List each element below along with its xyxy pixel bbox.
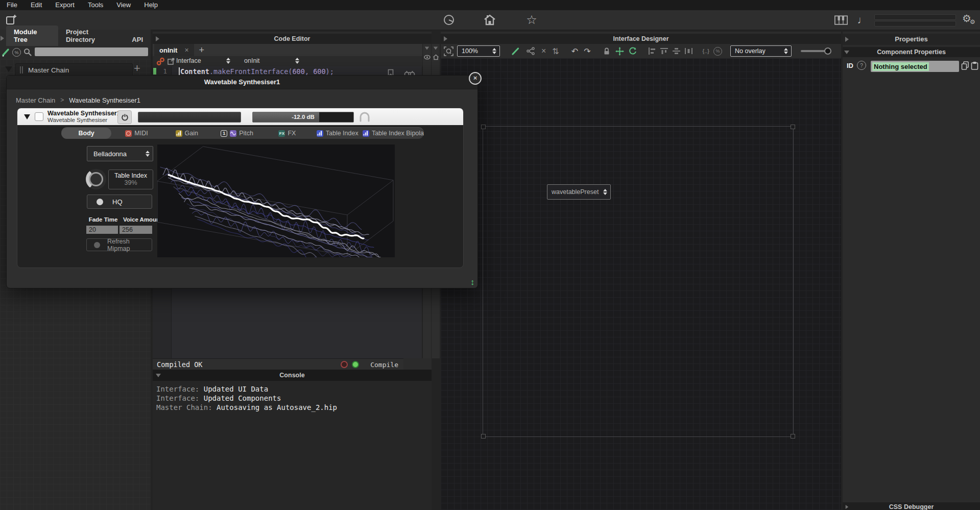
- resize-corner-ne[interactable]: [791, 125, 795, 129]
- designer-fold-icon[interactable]: [444, 36, 447, 41]
- new-tab-button[interactable]: +: [199, 45, 205, 56]
- settings-gears-icon[interactable]: ⚙⚙: [962, 12, 977, 28]
- module-tab-gain[interactable]: Gain: [162, 128, 212, 139]
- home-small-icon[interactable]: [433, 53, 439, 59]
- braces-icon[interactable]: {..}: [703, 48, 709, 54]
- module-bypass-checkbox[interactable]: [35, 112, 43, 121]
- home-icon[interactable]: [483, 13, 496, 27]
- resize-corner-se[interactable]: [791, 434, 795, 439]
- bypass-percent-icon[interactable]: %: [12, 48, 21, 57]
- slider-knob[interactable]: [824, 47, 831, 55]
- voice-amount-input[interactable]: 256: [119, 226, 152, 234]
- table-index-knob[interactable]: [86, 169, 106, 189]
- rotate-icon[interactable]: [629, 47, 637, 55]
- quarter-note-icon[interactable]: ♩: [856, 13, 869, 27]
- wavetable-bank-dropdown[interactable]: Belladonna: [87, 146, 153, 161]
- align-top-icon[interactable]: [660, 47, 668, 55]
- ok-led-icon[interactable]: [352, 361, 359, 368]
- favorite-star-icon[interactable]: ☆: [525, 13, 538, 27]
- headphones-monitor-icon[interactable]: [358, 111, 371, 123]
- redo-icon[interactable]: ↷: [584, 46, 590, 56]
- breadcrumb-current[interactable]: Wavetable Synthesiser1: [69, 96, 140, 104]
- menu-edit[interactable]: Edit: [24, 0, 49, 10]
- breadcrumb-root[interactable]: Master Chain: [16, 96, 55, 104]
- tab-close-icon[interactable]: ×: [184, 46, 188, 54]
- module-tab-table-index[interactable]: Table Index: [313, 128, 363, 139]
- paste-clipboard-icon[interactable]: [971, 61, 980, 70]
- module-tab-table-index-bipola[interactable]: Table Index Bipola: [363, 128, 424, 139]
- css-debugger-header[interactable]: CSS Debugger: [843, 502, 980, 510]
- id-input[interactable]: Nothing selected: [871, 61, 959, 72]
- canvas-zoom-slider[interactable]: [801, 47, 832, 55]
- refresh-mipmap-button[interactable]: Refresh Mipmap: [86, 238, 152, 251]
- compile-button[interactable]: Compile: [370, 361, 398, 369]
- module-search-input[interactable]: [35, 47, 148, 56]
- zoom-level-dropdown[interactable]: 100%: [457, 45, 500, 57]
- keyboard-icon[interactable]: [834, 13, 848, 27]
- intensity-slider[interactable]: [138, 112, 241, 123]
- component-properties-fold-icon[interactable]: [844, 51, 849, 54]
- menu-view[interactable]: View: [110, 0, 137, 10]
- console-output[interactable]: Interface: Updated UI DataInterface: Upd…: [153, 381, 432, 510]
- help-icon[interactable]: ?: [857, 61, 866, 70]
- module-tab-pitch[interactable]: 1Pitch: [212, 128, 262, 139]
- popup-close-icon[interactable]: ×: [469, 72, 482, 85]
- undo-icon[interactable]: ↶: [571, 46, 578, 56]
- sidebar-tab-api[interactable]: API: [124, 33, 151, 46]
- menu-file[interactable]: File: [0, 0, 24, 10]
- popup-resize-icon[interactable]: ↕: [470, 278, 474, 287]
- properties-fold-icon[interactable]: [845, 37, 849, 42]
- new-project-icon[interactable]: [5, 13, 18, 27]
- eye-icon[interactable]: [424, 53, 431, 59]
- module-tab-body[interactable]: Body: [61, 128, 111, 139]
- menu-export[interactable]: Export: [49, 0, 81, 10]
- menu-help[interactable]: Help: [137, 0, 164, 10]
- sidebar-tab-project-directory[interactable]: Project Directory: [58, 26, 124, 46]
- console-fold-icon[interactable]: [156, 374, 161, 377]
- lock-icon[interactable]: [603, 47, 610, 55]
- wavetable-3d-display[interactable]: [157, 144, 395, 257]
- interface-root-rect[interactable]: [483, 126, 794, 437]
- callback-selector-arrows-icon[interactable]: [295, 58, 299, 64]
- module-tab-midi[interactable]: MIDI: [111, 128, 161, 139]
- gain-slider[interactable]: -12.0 dB: [252, 112, 354, 123]
- fade-time-input[interactable]: 20: [86, 226, 118, 234]
- copy-icon[interactable]: [961, 61, 970, 70]
- menu-tools[interactable]: Tools: [81, 0, 110, 10]
- tab-oninit[interactable]: onInit ×: [154, 44, 194, 56]
- goto-workspace-icon[interactable]: [442, 13, 456, 27]
- move-mode-icon[interactable]: [615, 47, 624, 56]
- add-module-button[interactable]: +: [134, 62, 140, 75]
- callback-selector[interactable]: onInit: [244, 57, 260, 64]
- edit-mode-pencil-icon[interactable]: [511, 47, 520, 56]
- edit-pencil-icon[interactable]: [2, 48, 10, 59]
- module-selector-arrows-icon[interactable]: [226, 58, 230, 64]
- code-editor-fold-icon[interactable]: [156, 36, 159, 41]
- align-left-icon[interactable]: [648, 47, 656, 55]
- node-graph-icon[interactable]: [527, 47, 535, 55]
- zoom-fit-icon[interactable]: [444, 46, 453, 56]
- resize-corner-sw[interactable]: [481, 434, 486, 439]
- percent-overlay-icon[interactable]: %: [713, 47, 722, 56]
- master-chain-collapse-icon[interactable]: [5, 66, 12, 72]
- distribute-horizontal-icon[interactable]: [685, 47, 692, 55]
- search-icon[interactable]: [23, 48, 32, 58]
- overlay-dropdown[interactable]: No overlay: [730, 45, 792, 57]
- strip-fold-icon[interactable]: [434, 47, 438, 50]
- sidebar-fold-icon[interactable]: [1, 36, 4, 41]
- delete-selection-icon[interactable]: ×: [541, 46, 546, 56]
- wavetable-preset-combobox[interactable]: wavetablePreset: [547, 184, 611, 200]
- sidebar-tab-module-tree[interactable]: Module Tree: [6, 26, 58, 46]
- designer-canvas[interactable]: wavetablePreset: [441, 58, 841, 510]
- swap-icon[interactable]: ⇅: [552, 46, 559, 56]
- module-selector[interactable]: Interface: [176, 57, 201, 64]
- popup-title-bar[interactable]: Wavetable Synthesiser1: [7, 76, 477, 89]
- error-led-icon[interactable]: [341, 361, 348, 368]
- align-center-vertical-icon[interactable]: [673, 47, 680, 55]
- strip-fold-icon[interactable]: [425, 47, 429, 50]
- power-button[interactable]: [117, 110, 132, 124]
- popout-icon[interactable]: [168, 58, 175, 67]
- module-collapse-icon[interactable]: [24, 114, 30, 119]
- module-tab-fx[interactable]: FXFX: [262, 128, 312, 139]
- hq-toggle-button[interactable]: HQ: [87, 195, 152, 209]
